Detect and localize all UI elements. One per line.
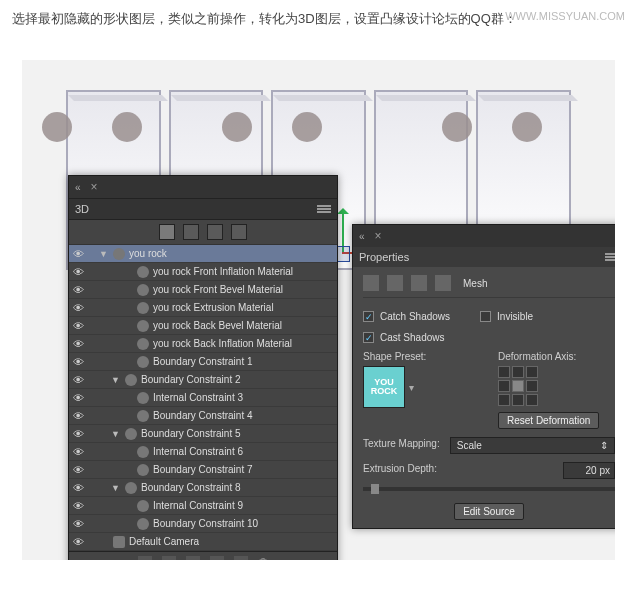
layer-label: Boundary Constraint 4 — [153, 410, 333, 421]
layer-row[interactable]: 👁you rock Extrusion Material — [69, 299, 337, 317]
visibility-icon[interactable]: 👁 — [69, 482, 87, 494]
circle-shape — [112, 112, 142, 142]
cap-mode-icon[interactable] — [411, 275, 427, 291]
visibility-icon[interactable]: 👁 — [69, 410, 87, 422]
filter-mesh-icon[interactable] — [183, 224, 199, 240]
edit-source-button[interactable]: Edit Source — [454, 503, 524, 520]
panel-properties-header[interactable]: « × — [353, 225, 615, 247]
visibility-icon[interactable]: 👁 — [69, 536, 87, 548]
visibility-icon[interactable]: 👁 — [69, 428, 87, 440]
reset-deformation-button[interactable]: Reset Deformation — [498, 412, 599, 429]
export-icon[interactable] — [234, 556, 248, 560]
layer-row[interactable]: 👁Default Camera — [69, 533, 337, 551]
invisible-label: Invisible — [497, 311, 533, 322]
layer-row[interactable]: 👁Boundary Constraint 10 — [69, 515, 337, 533]
visibility-icon[interactable]: 👁 — [69, 248, 87, 260]
extrusion-slider[interactable] — [363, 487, 615, 491]
render-icon[interactable] — [210, 556, 224, 560]
watermark: WWW.MISSYUAN.COM — [505, 10, 625, 22]
layer-row[interactable]: 👁▼Boundary Constraint 8 — [69, 479, 337, 497]
close-icon[interactable]: × — [375, 229, 382, 243]
light-icon[interactable] — [162, 556, 176, 560]
layer-row[interactable]: 👁you rock Front Bevel Material — [69, 281, 337, 299]
visibility-icon[interactable]: 👁 — [69, 446, 87, 458]
layer-row[interactable]: 👁Boundary Constraint 4 — [69, 407, 337, 425]
panel-properties: « × Properties Mesh Catch Shadows — [352, 224, 615, 529]
visibility-icon[interactable]: 👁 — [69, 500, 87, 512]
panel-properties-title: Properties — [359, 251, 409, 263]
deform-mode-icon[interactable] — [387, 275, 403, 291]
layer-label: Boundary Constraint 2 — [141, 374, 333, 385]
checkbox-icon[interactable] — [480, 311, 491, 322]
mesh-icon — [125, 482, 137, 494]
expand-arrow-icon[interactable]: ▼ — [111, 375, 121, 385]
layer-label: Internal Constraint 6 — [153, 446, 333, 457]
layer-row[interactable]: 👁you rock Front Inflation Material — [69, 263, 337, 281]
trash-icon[interactable]: 🗑 — [258, 556, 269, 560]
mesh-icon — [125, 428, 137, 440]
layer-row[interactable]: 👁Boundary Constraint 7 — [69, 461, 337, 479]
expand-arrow-icon[interactable]: ▼ — [111, 483, 121, 493]
checkbox-icon[interactable] — [363, 311, 374, 322]
extrusion-depth-label: Extrusion Depth: — [363, 463, 437, 474]
layer-row[interactable]: 👁Internal Constraint 9 — [69, 497, 337, 515]
menu-icon[interactable] — [317, 204, 331, 214]
layer-label: Boundary Constraint 10 — [153, 518, 333, 529]
layer-row[interactable]: 👁Internal Constraint 3 — [69, 389, 337, 407]
layer-row[interactable]: 👁you rock Back Bevel Material — [69, 317, 337, 335]
shape-preset-thumb[interactable]: YOU ROCK — [363, 366, 405, 408]
visibility-icon[interactable]: 👁 — [69, 302, 87, 314]
mesh-mode-icon[interactable] — [363, 275, 379, 291]
collapse-icon[interactable]: « — [359, 231, 365, 242]
filter-material-icon[interactable] — [207, 224, 223, 240]
add-icon[interactable] — [138, 556, 152, 560]
visibility-icon[interactable]: 👁 — [69, 374, 87, 386]
catch-shadows-checkbox[interactable]: Catch Shadows — [363, 311, 450, 322]
menu-icon[interactable] — [605, 252, 615, 262]
mesh-icon — [137, 302, 149, 314]
mesh-icon — [137, 266, 149, 278]
panel-3d-header[interactable]: « × — [69, 176, 337, 199]
deformation-axis-grid[interactable] — [498, 366, 538, 406]
mesh-icon — [137, 446, 149, 458]
collapse-icon[interactable]: « — [75, 182, 81, 193]
layer-row[interactable]: 👁▼Boundary Constraint 5 — [69, 425, 337, 443]
layer-row[interactable]: 👁you rock Back Inflation Material — [69, 335, 337, 353]
expand-arrow-icon[interactable]: ▼ — [99, 249, 109, 259]
layer-label: Boundary Constraint 8 — [141, 482, 333, 493]
visibility-icon[interactable]: 👁 — [69, 464, 87, 476]
visibility-icon[interactable]: 👁 — [69, 356, 87, 368]
visibility-icon[interactable]: 👁 — [69, 392, 87, 404]
layer-row[interactable]: 👁Internal Constraint 6 — [69, 443, 337, 461]
chevron-down-icon[interactable]: ▾ — [409, 382, 414, 393]
layer-row[interactable]: 👁Boundary Constraint 1 — [69, 353, 337, 371]
filter-light-icon[interactable] — [231, 224, 247, 240]
visibility-icon[interactable]: 👁 — [69, 518, 87, 530]
panel-properties-tab[interactable]: Properties — [353, 247, 615, 267]
visibility-icon[interactable]: 👁 — [69, 266, 87, 278]
cast-shadows-checkbox[interactable]: Cast Shadows — [363, 332, 615, 343]
checkbox-icon[interactable] — [363, 332, 374, 343]
mesh-icon — [137, 464, 149, 476]
slider-thumb[interactable] — [371, 484, 379, 494]
invisible-checkbox[interactable]: Invisible — [480, 311, 533, 322]
texture-mapping-select[interactable]: Scale ⇕ — [450, 437, 615, 454]
layer-row[interactable]: 👁▼Boundary Constraint 2 — [69, 371, 337, 389]
expand-arrow-icon[interactable]: ▼ — [111, 429, 121, 439]
scene-icon[interactable] — [186, 556, 200, 560]
panel-3d: « × 3D 👁▼you rock👁you rock Front Inflati… — [68, 175, 338, 560]
properties-mode-row: Mesh — [363, 275, 615, 298]
visibility-icon[interactable]: 👁 — [69, 284, 87, 296]
visibility-icon[interactable]: 👁 — [69, 320, 87, 332]
layer-row[interactable]: 👁▼you rock — [69, 245, 337, 263]
coord-mode-icon[interactable] — [435, 275, 451, 291]
visibility-icon[interactable]: 👁 — [69, 338, 87, 350]
extrusion-depth-input[interactable]: 20 px — [563, 462, 615, 479]
mesh-icon — [137, 320, 149, 332]
panel-3d-tab[interactable]: 3D — [69, 199, 337, 220]
layer-label: Boundary Constraint 1 — [153, 356, 333, 367]
close-icon[interactable]: × — [91, 180, 98, 194]
filter-scene-icon[interactable] — [159, 224, 175, 240]
texture-mapping-value: Scale — [457, 440, 482, 451]
layer-label: Default Camera — [129, 536, 333, 547]
